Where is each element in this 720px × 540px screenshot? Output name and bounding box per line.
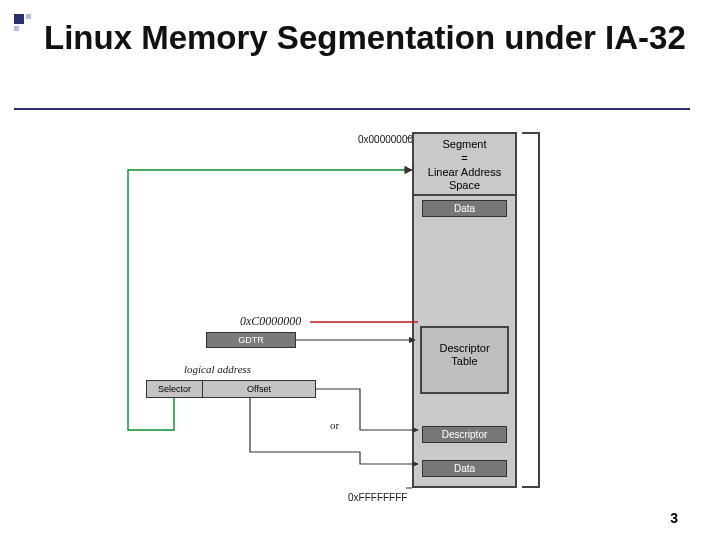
descriptor-table-line2: Table: [451, 355, 477, 367]
address-top-label: 0x00000000: [358, 134, 413, 145]
address-bottom-label: 0xFFFFFFFF: [348, 492, 407, 503]
connector-wires: [110, 130, 630, 510]
segment-header-line1: Segment: [442, 138, 486, 150]
descriptor-table-line1: Descriptor: [439, 342, 489, 354]
selector-field: Selector: [147, 381, 203, 397]
segment-header: Segment = Linear Address Space: [414, 134, 515, 196]
logical-address-label: logical address: [184, 363, 251, 375]
logical-address-box: Selector Offset: [146, 380, 316, 398]
title-bullet-decoration: [14, 14, 36, 36]
descriptor-chip: Descriptor: [422, 426, 507, 443]
or-label: or: [330, 419, 339, 431]
page-number: 3: [670, 510, 678, 526]
title-underline: [14, 108, 690, 110]
segment-header-line3: Linear Address: [428, 166, 501, 178]
descriptor-table-box: Descriptor Table: [420, 326, 509, 394]
segment-bracket: [522, 132, 540, 488]
offset-field: Offset: [203, 381, 315, 397]
data-region-top: Data: [422, 200, 507, 217]
segment-header-line2: =: [461, 152, 467, 164]
slide-title: Linux Memory Segmentation under IA-32: [44, 18, 708, 59]
segment-box: Segment = Linear Address Space Data Desc…: [412, 132, 517, 488]
segment-header-line4: Space: [449, 179, 480, 191]
kernel-base-address-label: 0xC0000000: [240, 314, 301, 329]
memory-segmentation-diagram: 0x00000000 0xFFFFFFFF Segment = Linear A…: [110, 130, 630, 510]
gdtr-register-box: GDTR: [206, 332, 296, 348]
data-region-bottom: Data: [422, 460, 507, 477]
